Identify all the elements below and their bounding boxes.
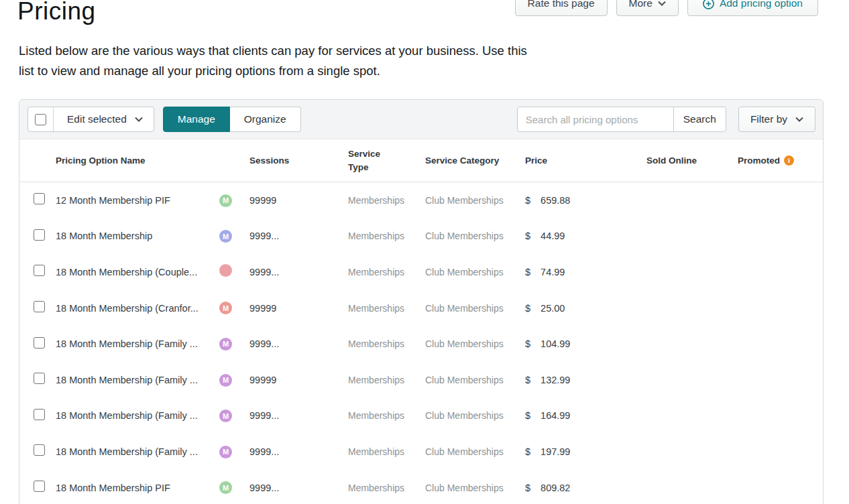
service-type-value: Memberships bbox=[348, 195, 425, 206]
column-header-promoted: Promoted bbox=[738, 155, 780, 166]
table-body: 12 Month Membership PIF M 99999 Membersh… bbox=[19, 182, 823, 504]
pricing-option-name-link[interactable]: 18 Month Membership (Family ... bbox=[56, 375, 219, 385]
more-label: More bbox=[629, 0, 653, 9]
price-value: 74.99 bbox=[541, 267, 565, 277]
add-pricing-option-label: Add pricing option bbox=[720, 0, 803, 9]
currency-symbol: $ bbox=[525, 267, 530, 277]
table-toolbar: Edit selected Manage Organize Search Fil… bbox=[19, 100, 823, 139]
currency-symbol: $ bbox=[525, 338, 530, 349]
price-value: 44.99 bbox=[541, 231, 565, 241]
column-header-service-type: Service Type bbox=[348, 147, 391, 174]
pricing-option-name-link[interactable]: 18 Month Membership (Family ... bbox=[56, 338, 219, 349]
membership-badge-icon: M bbox=[219, 446, 232, 458]
pricing-option-name-link[interactable]: 18 Month Membership (Family ... bbox=[56, 410, 219, 421]
membership-badge-icon: M bbox=[219, 410, 232, 422]
currency-symbol: $ bbox=[525, 375, 530, 385]
pricing-option-name-link[interactable]: 18 Month Membership (Couple... bbox=[56, 267, 219, 277]
table-row: 18 Month Membership (Family ... M 9999..… bbox=[19, 434, 823, 470]
membership-badge-icon: M bbox=[219, 338, 232, 351]
membership-badge-icon: M bbox=[219, 302, 232, 314]
pricing-option-name-link[interactable]: 18 Month Membership (Family ... bbox=[56, 446, 219, 457]
more-button[interactable]: More bbox=[616, 0, 679, 16]
table-header-row: Pricing Option Name Sessions Service Typ… bbox=[19, 139, 823, 182]
membership-badge-icon: M bbox=[219, 194, 232, 207]
page-description: Listed below are the various ways that c… bbox=[19, 41, 527, 81]
chevron-down-icon bbox=[135, 117, 143, 122]
column-header-price: Price bbox=[525, 155, 646, 166]
price-value: 104.99 bbox=[541, 338, 570, 349]
service-type-value: Memberships bbox=[348, 375, 425, 385]
sessions-value: 9999... bbox=[249, 338, 348, 349]
service-category-value: Club Memberships bbox=[425, 267, 525, 277]
table-row: 18 Month Membership M 9999... Membership… bbox=[19, 218, 823, 255]
price-value: 164.99 bbox=[541, 410, 570, 421]
chevron-down-icon bbox=[658, 1, 666, 6]
row-checkbox[interactable] bbox=[34, 193, 45, 204]
view-mode-toggle: Manage Organize bbox=[163, 107, 301, 132]
tab-organize[interactable]: Organize bbox=[230, 107, 301, 132]
add-pricing-option-button[interactable]: Add pricing option bbox=[687, 0, 818, 16]
row-checkbox[interactable] bbox=[34, 444, 45, 456]
pricing-card: Edit selected Manage Organize Search Fil… bbox=[19, 99, 824, 504]
table-row: 18 Month Membership (Family ... M 9999..… bbox=[19, 398, 823, 434]
membership-badge-icon: M bbox=[219, 374, 232, 387]
service-category-value: Club Memberships bbox=[425, 195, 525, 206]
currency-symbol: $ bbox=[525, 195, 530, 206]
currency-symbol: $ bbox=[525, 483, 530, 493]
page-title: Pricing bbox=[17, 0, 96, 25]
rate-this-page-button[interactable]: Rate this page bbox=[515, 0, 608, 16]
pricing-option-name-link[interactable]: 12 Month Membership PIF bbox=[56, 195, 219, 206]
row-checkbox[interactable] bbox=[34, 265, 45, 276]
toolbar-right: Search Filter by bbox=[517, 107, 815, 132]
chevron-down-icon bbox=[795, 117, 803, 122]
sessions-value: 99999 bbox=[249, 303, 348, 314]
sessions-value: 9999... bbox=[249, 483, 348, 493]
price-value: 659.88 bbox=[541, 195, 570, 206]
price-value: 132.99 bbox=[541, 375, 570, 385]
row-checkbox[interactable] bbox=[34, 373, 45, 384]
sessions-value: 99999 bbox=[249, 195, 348, 206]
membership-badge-icon bbox=[219, 264, 232, 277]
filter-by-dropdown[interactable]: Filter by bbox=[738, 107, 815, 132]
select-all-cell bbox=[28, 107, 54, 131]
table-row: 18 Month Membership (Family ... M 9999..… bbox=[19, 326, 823, 362]
membership-badge-icon: M bbox=[219, 230, 232, 243]
pricing-option-name-link[interactable]: 18 Month Membership PIF bbox=[56, 483, 219, 493]
sessions-value: 9999... bbox=[249, 267, 348, 277]
sessions-value: 99999 bbox=[249, 375, 348, 385]
row-checkbox[interactable] bbox=[34, 409, 45, 420]
currency-symbol: $ bbox=[525, 231, 530, 241]
service-category-value: Club Memberships bbox=[425, 231, 525, 241]
header-actions: Rate this page More Add pricing option bbox=[515, 0, 818, 16]
table-row: 18 Month Membership (Family ... M 99999 … bbox=[19, 362, 823, 398]
row-checkbox[interactable] bbox=[34, 301, 45, 312]
sessions-value: 9999... bbox=[249, 410, 348, 421]
pricing-option-name-link[interactable]: 18 Month Membership bbox=[56, 231, 219, 241]
table-row: 12 Month Membership PIF M 99999 Membersh… bbox=[19, 182, 823, 218]
filter-by-label: Filter by bbox=[750, 113, 787, 125]
table-row: 18 Month Membership (Couple... 9999... M… bbox=[19, 254, 823, 290]
row-checkbox[interactable] bbox=[34, 337, 45, 349]
price-value: 809.82 bbox=[541, 483, 570, 493]
rate-this-page-label: Rate this page bbox=[528, 0, 595, 9]
row-checkbox[interactable] bbox=[34, 481, 45, 492]
column-header-service-category: Service Category bbox=[425, 155, 525, 166]
service-category-value: Club Memberships bbox=[425, 375, 525, 385]
tab-manage[interactable]: Manage bbox=[163, 107, 230, 132]
service-category-value: Club Memberships bbox=[425, 410, 525, 421]
edit-selected-dropdown[interactable]: Edit selected bbox=[54, 107, 154, 131]
page-description-line2: list to view and manage all your pricing… bbox=[19, 61, 527, 81]
promoted-info-icon[interactable] bbox=[784, 155, 794, 166]
search-button[interactable]: Search bbox=[673, 107, 726, 132]
membership-badge-icon: M bbox=[219, 481, 232, 494]
column-header-name: Pricing Option Name bbox=[56, 155, 219, 166]
select-all-checkbox[interactable] bbox=[35, 114, 46, 125]
service-type-value: Memberships bbox=[348, 338, 425, 349]
search-input[interactable] bbox=[517, 107, 674, 132]
pricing-option-name-link[interactable]: 18 Month Membership (Cranfor... bbox=[56, 303, 219, 314]
sessions-value: 9999... bbox=[249, 231, 348, 241]
row-checkbox[interactable] bbox=[34, 229, 45, 241]
edit-selected-group: Edit selected bbox=[27, 107, 154, 132]
service-category-value: Club Memberships bbox=[425, 303, 525, 314]
currency-symbol: $ bbox=[525, 303, 530, 314]
